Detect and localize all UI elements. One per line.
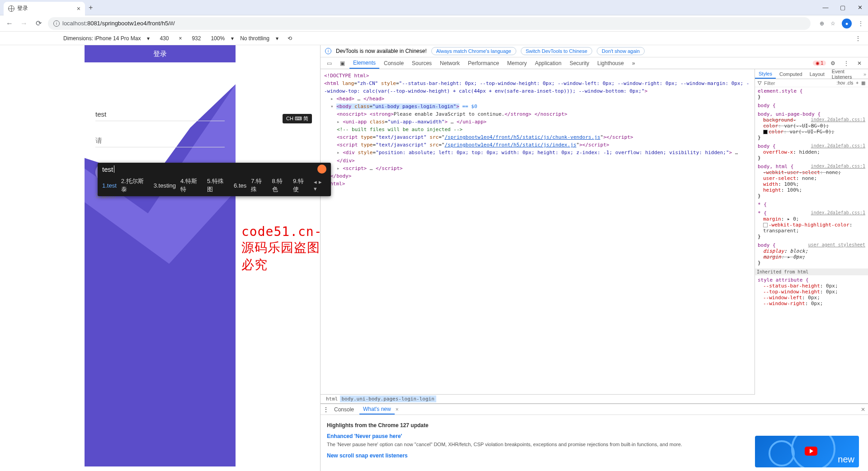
settings-icon[interactable]: ⚙	[827, 58, 839, 68]
device-preview-pane: 登录 登录 → 注册用户 code51.cn-源码乐园盗图必究 test	[0, 45, 320, 471]
styles-tool-icon[interactable]: ▦	[861, 80, 865, 85]
filter-icon: ▽	[758, 80, 761, 86]
device-height[interactable]: 932	[188, 35, 204, 42]
ime-candidate[interactable]: 9.特使	[293, 177, 309, 193]
device-toolbar: Dimensions: iPhone 14 Pro Max▾ 430 × 932…	[0, 32, 868, 45]
zoom-icon[interactable]: ⊕	[820, 20, 824, 27]
ime-indicator-badge: CH ⌨ 简	[283, 114, 312, 123]
phone-frame: 登录 登录 → 注册用户	[85, 45, 236, 466]
devtools-tab[interactable]: Security	[566, 58, 593, 68]
ime-candidate[interactable]: 1.test	[102, 182, 117, 189]
globe-icon	[8, 5, 14, 12]
password-input[interactable]	[95, 134, 225, 147]
url-input[interactable]: i localhost:8081/springbootw1eo4/front/h…	[48, 17, 811, 30]
device-width[interactable]: 430	[156, 35, 172, 42]
devtools-menu-icon[interactable]: ⋮	[840, 58, 853, 68]
ime-logo-icon	[317, 165, 326, 174]
url-text: localhost:8081/springbootw1eo4/front/h5/…	[62, 20, 175, 27]
hov-cls-toggle[interactable]: :hov .cls	[836, 80, 853, 85]
add-rule-icon[interactable]: +	[856, 80, 859, 85]
window-controls: — ▢ ✕	[821, 4, 864, 11]
devtools-tabs: ▭ ▣ ElementsConsoleSourcesNetworkPerform…	[321, 57, 868, 69]
ime-candidates[interactable]: 1.test2.托尔斯泰3.testing4.特斯特5.特殊图6.tes7.特殊…	[98, 175, 331, 196]
devtools-tab[interactable]: Performance	[464, 58, 503, 68]
ime-candidate[interactable]: 2.托尔斯泰	[121, 177, 149, 193]
watermark-text: code51.cn-源码乐园盗图必究	[241, 224, 322, 273]
devtools-drawer: ⋮ Console What's new × ✕ Highlights from…	[321, 403, 868, 471]
error-badge[interactable]: ◉ 1	[813, 61, 826, 66]
styles-tabs: StylesComputedLayoutEvent Listeners»	[755, 69, 868, 79]
notice-chip-2[interactable]: Switch DevTools to Chinese	[521, 47, 592, 55]
drawer-menu-icon[interactable]: ⋮	[323, 406, 329, 413]
device-select[interactable]: Dimensions: iPhone 14 Pro Max	[63, 35, 141, 42]
close-icon[interactable]: ×	[77, 5, 80, 12]
page-title: 登录	[85, 45, 236, 62]
zoom-select[interactable]: 100%	[211, 35, 225, 42]
devtools-close-icon[interactable]: ✕	[854, 58, 865, 68]
ime-candidate[interactable]: 5.特殊图	[207, 177, 229, 193]
whatsnew-thumbnail[interactable]: new	[755, 436, 859, 467]
devtools-pane: i DevTools is now available in Chinese! …	[320, 45, 868, 471]
drawer-content: Highlights from the Chrome 127 update En…	[321, 415, 868, 471]
crumb-item[interactable]: body.uni-body.pages-login-login	[340, 396, 436, 402]
drawer-close-icon[interactable]: ✕	[861, 406, 865, 413]
info-icon: i	[325, 48, 331, 54]
styles-tab[interactable]: Computed	[776, 70, 806, 78]
bookmark-icon[interactable]: ☆	[830, 20, 835, 27]
drawer-headline: Highlights from the Chrome 127 update	[327, 422, 862, 429]
close-window-icon[interactable]: ✕	[855, 4, 864, 11]
device-mode-icon[interactable]: ▣	[336, 58, 349, 68]
inspect-icon[interactable]: ▭	[323, 58, 335, 68]
dom-breadcrumb[interactable]: htmlbody.uni-body.pages-login-login	[321, 394, 755, 403]
css-rules[interactable]: element.style {}body {</span></div><div …	[755, 87, 868, 403]
site-info-icon[interactable]: i	[53, 20, 60, 27]
styles-tab[interactable]: Layout	[806, 70, 828, 78]
notice-chip-1[interactable]: Always match Chrome's language	[431, 47, 516, 55]
devtools-tab[interactable]: Application	[531, 58, 565, 68]
ime-candidate[interactable]: 3.testing	[154, 182, 176, 189]
browser-tab[interactable]: 登录 ×	[4, 2, 85, 15]
styles-more-icon[interactable]: »	[862, 71, 868, 77]
maximize-icon[interactable]: ▢	[838, 4, 847, 11]
drawer-tab-close-icon[interactable]: ×	[396, 406, 399, 413]
minimize-icon[interactable]: —	[821, 4, 830, 11]
window-titlebar: 登录 × + — ▢ ✕	[0, 0, 868, 15]
styles-filter-row: ▽ :hov .cls + ▦	[755, 79, 868, 87]
new-tab-button[interactable]: +	[89, 4, 93, 12]
drawer-tab-whatsnew[interactable]: What's new	[359, 405, 395, 414]
address-bar: ← → ⟳ i localhost:8081/springbootw1eo4/f…	[0, 15, 868, 32]
forward-button[interactable]: →	[19, 19, 29, 28]
styles-pane: StylesComputedLayoutEvent Listeners» ▽ :…	[755, 69, 868, 403]
devtools-tab[interactable]: Elements	[349, 58, 379, 69]
ime-candidate[interactable]: 7.特殊	[251, 177, 267, 193]
crumb-item[interactable]: html	[324, 396, 340, 402]
ime-nav[interactable]: ◂ ▸ ▾	[314, 179, 326, 192]
back-button[interactable]: ←	[5, 19, 14, 28]
notice-chip-3[interactable]: Don't show again	[597, 47, 645, 55]
styles-tab[interactable]: Styles	[755, 70, 776, 79]
ime-candidate[interactable]: 6.tes	[234, 182, 246, 189]
devtools-tab[interactable]: Memory	[504, 58, 530, 68]
ime-popup: test 1.test2.托尔斯泰3.testing4.特斯特5.特殊图6.te…	[98, 163, 331, 196]
devtools-tab[interactable]: Network	[436, 58, 463, 68]
reload-button[interactable]: ⟳	[33, 19, 43, 28]
ime-candidate[interactable]: 8.特色	[272, 177, 288, 193]
dom-tree[interactable]: <!DOCTYPE html><html lang="zh-CN" style=…	[321, 69, 755, 394]
throttle-select[interactable]: No throttling	[240, 35, 269, 42]
rotate-icon[interactable]: ⟲	[288, 35, 292, 42]
styles-filter-input[interactable]	[764, 80, 834, 86]
devtools-locale-notice: i DevTools is now available in Chinese! …	[321, 45, 868, 57]
devicebar-menu-icon[interactable]: ⋮	[855, 35, 861, 42]
devtools-tab[interactable]: Lighthouse	[594, 58, 627, 68]
devtools-tab[interactable]: Sources	[408, 58, 435, 68]
drawer-tab-console[interactable]: Console	[330, 405, 358, 414]
profile-avatar[interactable]: ●	[842, 19, 852, 28]
notice-text: DevTools is now available in Chinese!	[336, 48, 427, 54]
more-tabs-icon[interactable]: »	[628, 58, 639, 68]
ime-candidate[interactable]: 4.特斯特	[180, 177, 203, 193]
menu-icon[interactable]: ⋮	[858, 20, 863, 27]
username-input[interactable]	[95, 108, 225, 121]
devtools-tab[interactable]: Console	[380, 58, 407, 68]
tab-title: 登录	[17, 5, 28, 12]
ime-composition: test	[102, 165, 113, 173]
